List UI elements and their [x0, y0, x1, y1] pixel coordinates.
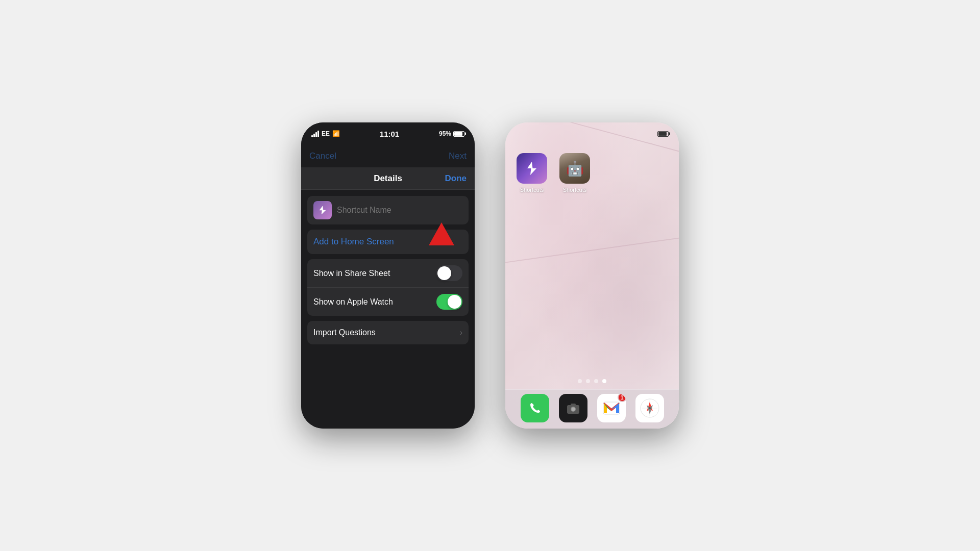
apple-watch-toggle-row[interactable]: Show on Apple Watch: [307, 287, 469, 316]
battery-icon: [453, 131, 464, 137]
right-phone: EE 📶 11:01 95% Shortcuts: [505, 122, 679, 429]
carrier-label: EE: [322, 130, 330, 137]
left-battery: 95%: [439, 130, 464, 137]
toggle-knob-share: [437, 266, 451, 280]
shortcuts-icon-2: 🤖: [559, 153, 590, 184]
shortcut-name-input[interactable]: [337, 206, 462, 215]
right-battery-icon: [657, 131, 669, 137]
import-questions-row[interactable]: Import Questions ›: [307, 321, 469, 344]
left-carrier-signal: EE 📶: [311, 130, 340, 137]
cancel-button-ghost: Cancel: [309, 151, 336, 161]
signal-bars-icon: [311, 131, 319, 137]
red-arrow-indicator: [429, 222, 454, 245]
svg-point-2: [571, 408, 575, 411]
left-phone: EE 📶 11:01 95% Cancel Next Details Done: [301, 122, 475, 429]
shortcuts-app-2[interactable]: 🤖 Shortcuts: [556, 153, 593, 193]
shortcuts-label-2: Shortcuts: [563, 187, 586, 193]
details-nav-bar: Details Done: [301, 167, 475, 190]
shortcuts-icon-1: [517, 153, 547, 184]
add-home-label: Add to Home Screen: [313, 237, 394, 247]
toggle-group: Show in Share Sheet Show on Apple Watch: [307, 259, 469, 316]
share-sheet-toggle-row[interactable]: Show in Share Sheet: [307, 259, 469, 287]
toggle-knob-watch: [448, 295, 461, 309]
chevron-right-icon: ›: [460, 328, 462, 337]
share-sheet-toggle[interactable]: [436, 265, 462, 281]
shortcuts-app-icon: [313, 201, 332, 219]
dock-safari-icon[interactable]: [635, 394, 664, 422]
done-button[interactable]: Done: [445, 173, 467, 184]
dock: 1: [505, 389, 679, 429]
wifi-icon: 📶: [332, 130, 340, 137]
dock-camera-icon[interactable]: [559, 394, 587, 422]
home-screen-apps: Shortcuts 🤖 Shortcuts: [505, 145, 679, 193]
ghost-nav-bar: Cancel Next: [301, 145, 475, 167]
shortcuts-label-1: Shortcuts: [520, 187, 544, 193]
next-button-ghost: Next: [449, 151, 467, 161]
battery-percent: 95%: [439, 130, 451, 137]
import-questions-label: Import Questions: [313, 328, 376, 337]
share-sheet-label: Show in Share Sheet: [313, 269, 390, 278]
page-dot-2: [586, 379, 590, 383]
dock-gmail-icon[interactable]: 1: [597, 394, 626, 422]
shortcuts-app-1[interactable]: Shortcuts: [513, 153, 550, 193]
dock-phone-icon[interactable]: [521, 394, 549, 422]
page-dot-4: [602, 379, 606, 383]
page-dots: [505, 373, 679, 389]
nav-title: Details: [374, 173, 402, 184]
left-status-bar: EE 📶 11:01 95%: [301, 122, 475, 145]
svg-point-11: [649, 407, 651, 409]
home-screen: Shortcuts 🤖 Shortcuts: [505, 145, 679, 389]
apple-watch-label: Show on Apple Watch: [313, 297, 393, 307]
svg-rect-3: [571, 404, 576, 406]
page-dot-1: [578, 379, 582, 383]
apple-watch-toggle[interactable]: [436, 294, 462, 310]
shortcut-name-row[interactable]: [307, 196, 469, 224]
left-time: 11:01: [380, 130, 399, 138]
page-dot-3: [594, 379, 598, 383]
gmail-badge: 1: [618, 394, 626, 402]
